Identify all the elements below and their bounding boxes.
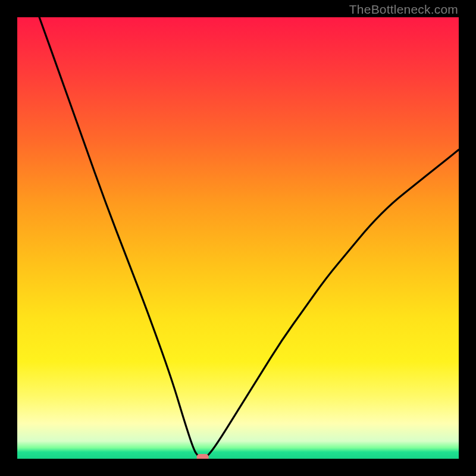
bottleneck-curve bbox=[39, 17, 459, 458]
plot-area bbox=[17, 17, 459, 459]
minimum-marker bbox=[197, 454, 209, 459]
chart-frame: TheBottleneck.com bbox=[0, 0, 476, 476]
curve-svg bbox=[17, 17, 459, 459]
watermark-text: TheBottleneck.com bbox=[349, 2, 458, 17]
